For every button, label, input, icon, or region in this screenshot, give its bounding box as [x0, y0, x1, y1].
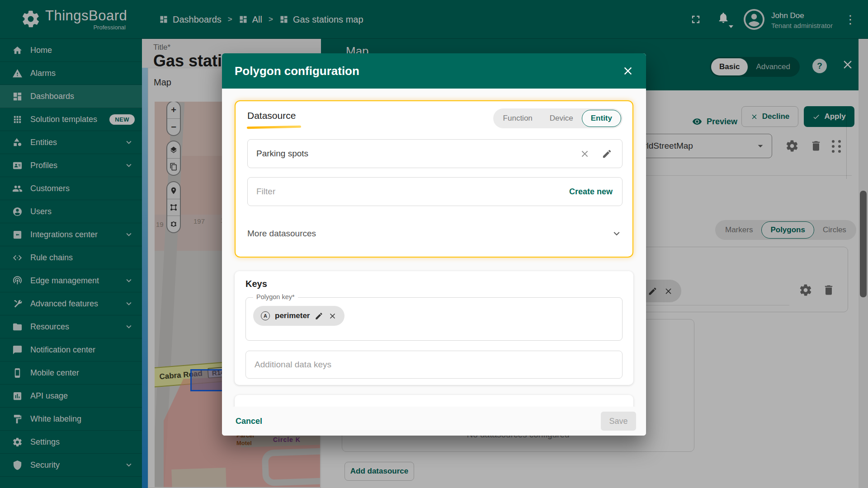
- polygon-configuration-dialog: Polygon configuration Datasource Functio…: [222, 53, 646, 436]
- create-new-filter-link[interactable]: Create new: [569, 187, 613, 197]
- keys-heading: Keys: [245, 279, 267, 289]
- clear-entity-icon[interactable]: [580, 149, 590, 159]
- cancel-button[interactable]: Cancel: [236, 417, 262, 426]
- dialog-close-icon[interactable]: [622, 65, 634, 77]
- entity-field[interactable]: Parking spots: [247, 139, 623, 168]
- filter-field[interactable]: Filter Create new: [247, 177, 623, 206]
- attribute-type-icon: A: [261, 311, 270, 320]
- additional-keys-placeholder: Additional data keys: [246, 360, 331, 370]
- additional-data-keys-field[interactable]: Additional data keys: [245, 351, 623, 379]
- dialog-footer: Cancel Save: [222, 407, 646, 436]
- dialog-header: Polygon configuration: [222, 53, 646, 89]
- toggle-device[interactable]: Device: [541, 110, 582, 127]
- dialog-title: Polygon configuration: [235, 64, 359, 78]
- thingsboard-app: ThingsBoard Professional Dashboards > Al…: [0, 0, 868, 488]
- chevron-down-icon: [611, 228, 623, 239]
- polygon-key-label: Polygon key*: [253, 293, 298, 300]
- save-button[interactable]: Save: [601, 412, 636, 431]
- toggle-entity[interactable]: Entity: [582, 110, 621, 127]
- more-datasources-expander[interactable]: More datasources: [247, 220, 623, 248]
- keys-section: Keys Polygon key* A perimeter Additional…: [235, 271, 633, 385]
- polygon-key-fieldset[interactable]: Polygon key* A perimeter: [245, 297, 623, 341]
- datasource-heading: Datasource: [247, 110, 296, 121]
- more-datasources-label: More datasources: [247, 229, 316, 239]
- datasource-highlight-underline: [247, 126, 301, 129]
- remove-key-close-icon[interactable]: [328, 312, 337, 320]
- entity-value: Parking spots: [248, 149, 308, 159]
- filter-placeholder: Filter: [248, 187, 275, 197]
- datasource-section: Datasource Function Device Entity Parkin…: [235, 100, 633, 258]
- datasource-type-toggle: Function Device Entity: [493, 108, 623, 128]
- toggle-function[interactable]: Function: [495, 110, 541, 127]
- polygon-key-chip[interactable]: A perimeter: [253, 306, 344, 326]
- polygon-key-chip-label: perimeter: [275, 311, 310, 320]
- edit-key-pencil-icon[interactable]: [315, 312, 323, 320]
- edit-entity-pencil-icon[interactable]: [602, 149, 612, 159]
